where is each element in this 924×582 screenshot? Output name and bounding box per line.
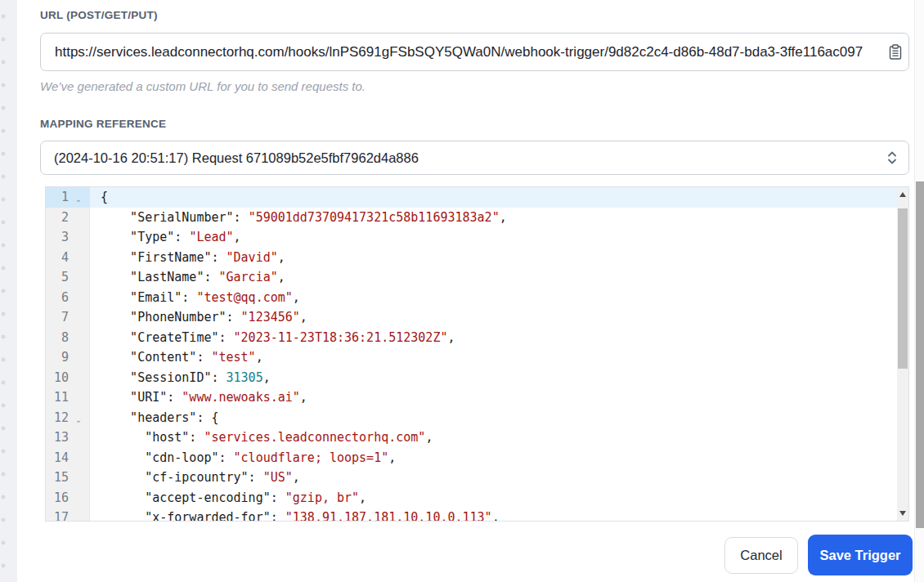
copy-url-button[interactable] [887,43,904,61]
code-line: 1⌄{ [46,187,897,208]
line-number: 4 [46,248,69,268]
fold-spacer [69,230,88,250]
line-number: 11 [46,387,69,408]
line-number: 6 [46,288,69,308]
gutter-cell: 15 [46,468,90,488]
line-number: 1 [46,187,69,208]
fold-spacer [69,210,88,231]
cancel-button[interactable]: Cancel [724,537,798,574]
fold-spacer [69,450,88,471]
line-number: 13 [46,428,69,448]
gutter-cell: 16 [46,488,90,508]
gutter-cell: 14 [46,448,90,468]
code-line: 12⌄ "headers": { [46,408,897,428]
fold-spacer [69,370,88,391]
line-number: 12 [46,408,69,428]
line-number: 3 [46,227,69,248]
code-line: 13 "host": "services.leadconnectorhq.com… [46,428,897,448]
code-line: 8 "CreateTime": "2023-11-23T18:36:21.512… [46,328,897,348]
webhook-url-field[interactable]: https://services.leadconnectorhq.com/hoo… [40,33,909,71]
fold-spacer [69,490,88,511]
scroll-up-arrow-icon[interactable] [899,192,906,197]
code-line: 10 "SessionID": 31305, [46,368,897,388]
code-line: 11 "URI": "www.newoaks.ai", [46,387,897,408]
fold-spacer [69,470,88,490]
code-line: 6 "Email": "test@qq.com", [46,288,897,308]
code-text: "PhoneNumber": "123456", [90,307,307,328]
code-line: 14 "cdn-loop": "cloudflare; loops=1", [46,448,897,468]
code-text: "headers": { [90,408,219,428]
code-text: "host": "services.leadconnectorhq.com", [90,428,433,448]
gutter-cell: 17 [46,508,90,522]
fold-chevron-icon[interactable]: ⌄ [69,190,88,210]
page-scrollbar-thumb[interactable] [916,181,924,528]
line-number: 14 [46,448,69,468]
code-text: "Content": "test", [90,347,263,368]
gutter-cell: 13 [46,428,90,448]
code-text: "FirstName": "David", [90,248,285,268]
line-number: 8 [46,328,69,348]
code-line: 3 "Type": "Lead", [46,227,897,248]
code-line: 4 "FirstName": "David", [46,248,897,268]
line-number: 17 [46,508,69,522]
save-trigger-button[interactable]: Save Trigger [808,535,913,575]
fold-spacer [69,430,88,450]
gutter-cell: 11 [46,387,90,408]
fold-spacer [69,290,88,311]
gutter-cell: 12⌄ [46,408,90,428]
line-number: 9 [46,347,69,368]
editor-scrollbar[interactable] [897,187,908,521]
line-number: 10 [46,368,69,388]
code-lines: 1⌄{2 "SerialNumber": "59001dd73709417321… [46,187,897,522]
gutter-cell: 2 [46,208,90,228]
code-line: 5 "LastName": "Garcia", [46,267,897,288]
gutter-cell: 6 [46,288,90,308]
code-line: 2 "SerialNumber": "59001dd73709417321c58… [46,208,897,228]
code-text: "cf-ipcountry": "US", [90,468,300,488]
line-number: 5 [46,267,69,288]
mapping-reference-select[interactable]: (2024-10-16 20:51:17) Request 671089b52e… [40,141,909,175]
code-text: "Email": "test@qq.com", [90,288,300,308]
mapping-reference-selected-option: (2024-10-16 20:51:17) Request 671089b52e… [54,150,419,166]
code-line: 7 "PhoneNumber": "123456", [46,307,897,328]
fold-spacer [69,250,88,271]
fold-spacer [69,310,88,330]
code-text: "CreateTime": "2023-11-23T18:36:21.51230… [90,328,455,348]
mapping-reference-label: MAPPING REFERENCE [40,118,166,130]
gutter-cell: 9 [46,347,90,368]
fold-spacer [69,390,88,410]
scroll-down-arrow-icon[interactable] [899,511,906,516]
line-number: 7 [46,307,69,328]
code-text: "accept-encoding": "gzip, br", [90,488,366,508]
code-text: "SerialNumber": "59001dd73709417321c58b1… [90,208,507,228]
gutter-cell: 8 [46,328,90,348]
clipboard-icon [889,44,902,60]
page-scrollbar[interactable] [914,0,924,582]
code-line: 17 "x-forwarded-for": "138.91.187.181,10… [46,508,897,522]
code-editor[interactable]: 1⌄{2 "SerialNumber": "59001dd73709417321… [45,186,909,522]
code-text: "Type": "Lead", [90,227,241,248]
code-line: 9 "Content": "test", [46,347,897,368]
code-text: "cdn-loop": "cloudflare; loops=1", [90,448,396,468]
fold-chevron-icon[interactable]: ⌄ [69,410,88,431]
url-helper-text: We’ve generated a custom URL for you to … [40,79,366,93]
line-number: 15 [46,468,69,488]
gutter-cell: 5 [46,267,90,288]
code-text: { [90,187,108,208]
gutter-cell: 1⌄ [46,187,90,208]
up-down-chevron-icon [886,150,898,166]
fold-spacer [69,330,88,351]
code-text: "URI": "www.newoaks.ai", [90,387,307,408]
url-field-label: URL (POST/GET/PUT) [40,9,158,21]
line-number: 16 [46,488,69,508]
code-line: 16 "accept-encoding": "gzip, br", [46,488,897,508]
gutter-cell: 7 [46,307,90,328]
editor-scrollbar-thumb[interactable] [898,208,908,369]
webhook-url-value[interactable]: https://services.leadconnectorhq.com/hoo… [55,44,886,60]
line-number: 2 [46,208,69,228]
fold-spacer [69,350,88,370]
gutter-cell: 10 [46,368,90,388]
code-text: "SessionID": 31305, [90,368,271,388]
gutter-cell: 3 [46,227,90,248]
code-line: 15 "cf-ipcountry": "US", [46,468,897,488]
